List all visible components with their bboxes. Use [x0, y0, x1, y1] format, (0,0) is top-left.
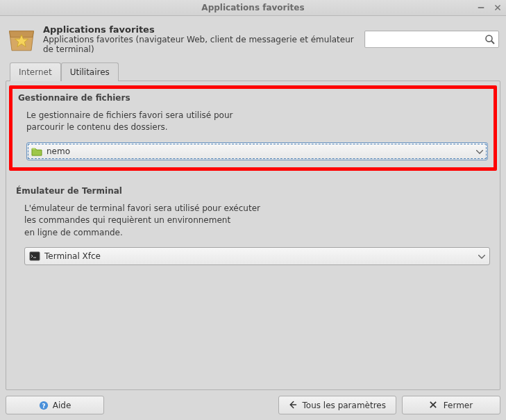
- titlebar: Applications favorites: [0, 0, 506, 16]
- svg-rect-7: [30, 252, 40, 260]
- tab-internet[interactable]: Internet: [10, 62, 61, 81]
- section-file-manager: Gestionnaire de fichiers Le gestionnaire…: [9, 85, 497, 171]
- section-title-file-manager: Gestionnaire de fichiers: [18, 93, 488, 103]
- header: Applications favorites Applications favo…: [6, 22, 500, 62]
- bottom-bar: ? Aide Tous les paramètres Fermer: [6, 390, 500, 414]
- help-icon: ?: [39, 401, 49, 410]
- all-settings-button[interactable]: Tous les paramètres: [278, 396, 396, 414]
- desc-line: en ligne de commande.: [24, 227, 490, 239]
- desc-line: les commandes qui requièrent un environn…: [24, 215, 490, 226]
- search-input-wrap[interactable]: [364, 31, 499, 48]
- svg-line-5: [491, 41, 494, 44]
- terminal-combobox[interactable]: Terminal Xfce: [24, 247, 490, 265]
- help-label: Aide: [53, 401, 71, 410]
- svg-rect-6: [32, 148, 35, 149]
- header-title: Applications favorites: [43, 24, 357, 35]
- desc-line: L'émulateur de terminal favori sera util…: [24, 203, 490, 215]
- folder-icon: [31, 146, 42, 157]
- desc-line: Le gestionnaire de fichiers favori sera …: [26, 110, 488, 121]
- window-title: Applications favorites: [0, 3, 506, 12]
- section-desc-terminal: L'émulateur de terminal favori sera util…: [16, 203, 490, 239]
- section-desc-file-manager: Le gestionnaire de fichiers favori sera …: [18, 110, 488, 134]
- svg-point-4: [486, 35, 492, 42]
- favorites-box-icon: [7, 25, 36, 54]
- close-window-button[interactable]: Fermer: [402, 396, 500, 414]
- tab-panel-utilities: Gestionnaire de fichiers Le gestionnaire…: [6, 81, 500, 390]
- svg-text:?: ?: [42, 402, 45, 409]
- help-button[interactable]: ? Aide: [6, 396, 104, 414]
- desc-line: parcourir le contenu des dossiers.: [26, 121, 488, 133]
- search-input[interactable]: [368, 35, 484, 44]
- close-button[interactable]: [492, 2, 503, 13]
- tab-utilities[interactable]: Utilitaires: [61, 62, 119, 81]
- chevron-down-icon: [478, 251, 485, 261]
- close-label: Fermer: [444, 401, 473, 410]
- search-icon: [484, 34, 496, 45]
- file-manager-value: nemo: [47, 146, 472, 156]
- section-terminal: Émulateur de Terminal L'émulateur de ter…: [16, 186, 490, 265]
- close-icon: [430, 401, 439, 410]
- tab-strip: Internet Utilitaires: [6, 62, 500, 81]
- window-controls: [475, 0, 503, 15]
- header-subtitle: Applications favorites (navigateur Web, …: [43, 35, 357, 54]
- chevron-down-icon: [476, 146, 483, 156]
- terminal-icon: [29, 251, 40, 262]
- header-text: Applications favorites Applications favo…: [43, 24, 357, 54]
- all-settings-label: Tous les paramètres: [303, 401, 386, 410]
- terminal-value: Terminal Xfce: [44, 251, 474, 261]
- file-manager-combobox[interactable]: nemo: [26, 142, 488, 160]
- back-arrow-icon: [289, 401, 298, 410]
- minimize-button[interactable]: [475, 2, 487, 13]
- section-title-terminal: Émulateur de Terminal: [16, 186, 490, 196]
